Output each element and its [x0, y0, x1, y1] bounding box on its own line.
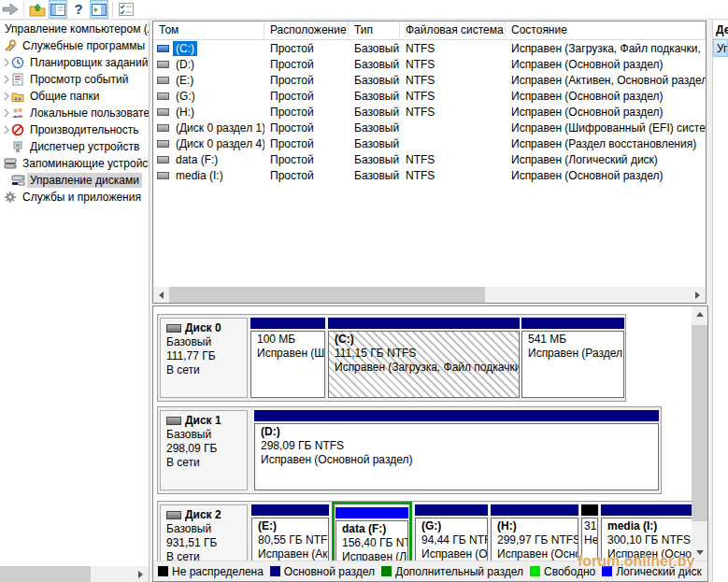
- tree-item-storage[interactable]: Запоминающие устройства: [0, 155, 149, 172]
- console-tree-toggle-icon[interactable]: [49, 0, 67, 19]
- tree-item-services-applications[interactable]: Службы и приложения: [0, 189, 149, 206]
- table-row[interactable]: (Диск 0 раздел 4) Простой Базовый Исправ…: [153, 135, 706, 151]
- cell-type: Базовый: [349, 121, 400, 135]
- forward-arrow-icon[interactable]: [1, 0, 20, 19]
- tree-item-device-manager[interactable]: Диспетчер устройств: [0, 138, 149, 155]
- disk-icon: [166, 417, 181, 425]
- tree-item-task-scheduler[interactable]: Планировщик заданий: [0, 54, 149, 71]
- cell-type: Базовый: [349, 137, 400, 150]
- chevron-right-icon[interactable]: [2, 125, 11, 135]
- help-icon[interactable]: ?: [69, 0, 88, 19]
- cell-status: Исправен (Основной раздел): [506, 106, 706, 119]
- tree-item-computer-management[interactable]: Управление компьютером (локальным): [0, 21, 149, 37]
- partition-color-bar: [335, 507, 408, 518]
- partition-status: Исправен (Шифрованный (EFI) системный ра…: [257, 347, 324, 361]
- partition-c[interactable]: (C:) 111,15 ГБ NTFS Исправен (Загрузка, …: [328, 318, 520, 400]
- chevron-right-icon[interactable]: [2, 92, 11, 101]
- cell-status: Исправен (Логический диск): [506, 153, 706, 166]
- table-row[interactable]: (Диск 0 раздел 1) Простой Базовый Исправ…: [153, 120, 706, 135]
- partition-label: (D:): [261, 425, 658, 439]
- checklist-icon[interactable]: [117, 0, 136, 19]
- disk-type: Базовый: [166, 335, 247, 349]
- disk-status: В сети: [166, 456, 247, 470]
- disk-size: 298,09 ГБ: [166, 442, 247, 456]
- table-row[interactable]: data (F:) Простой Базовый NTFS Исправен …: [153, 151, 706, 167]
- tree-item-shared-folders[interactable]: Общие папки: [0, 88, 149, 105]
- disk-size: 111,77 ГБ: [166, 349, 247, 363]
- table-row[interactable]: (H:) Простой Базовый NTFS Исправен (Осно…: [153, 104, 706, 120]
- volume-icon: [157, 124, 169, 132]
- tree-item-disk-management[interactable]: Управление дисками: [0, 172, 149, 189]
- partition-efi[interactable]: 100 МБ Исправен (Шифрованный (EFI) систе…: [250, 318, 325, 400]
- partition-label: (E:): [258, 519, 328, 533]
- table-row[interactable]: (D:) Простой Базовый NTFS Исправен (Осно…: [153, 56, 706, 72]
- cell-filesystem: NTFS: [400, 153, 506, 166]
- cell-status: Исправен (Загрузка, Файл подкачки,: [506, 42, 706, 55]
- partition-d[interactable]: (D:) 298,09 ГБ NTFS Исправен (Основной р…: [254, 410, 659, 492]
- chevron-right-icon[interactable]: [2, 108, 11, 118]
- scroll-right-arrow[interactable]: [133, 566, 149, 582]
- tree-item-event-viewer[interactable]: Просмотр событий: [0, 71, 149, 88]
- column-header-volume[interactable]: Том: [153, 21, 264, 39]
- partition-size: 31 МБ: [584, 519, 597, 533]
- legend-item: Дополнительный раздел: [381, 565, 523, 578]
- legend-item: Не распределена: [158, 565, 264, 578]
- column-header-status[interactable]: Состояние: [506, 21, 706, 39]
- table-row[interactable]: (G:) Простой Базовый NTFS Исправен (Осно…: [153, 88, 706, 104]
- volume-icon: [157, 92, 169, 100]
- tree-item-performance[interactable]: Производительность: [0, 121, 149, 138]
- table-row[interactable]: (C:) Простой Базовый NTFS Исправен (Загр…: [153, 40, 706, 56]
- local-users-icon: [11, 106, 25, 120]
- scrollbar-thumb[interactable]: [692, 325, 707, 521]
- disk-icon: [166, 511, 181, 519]
- cell-type: Базовый: [349, 42, 400, 55]
- actions-panel-section[interactable]: Управление дисками: [713, 39, 728, 57]
- disk-info-box[interactable]: Диск 1 Базовый 298,09 ГБ В сети: [160, 410, 248, 490]
- table-row[interactable]: (E:) Простой Базовый NTFS Исправен (Акти…: [153, 72, 706, 88]
- partition-color-bar: [328, 318, 520, 329]
- chevron-right-icon[interactable]: [2, 75, 11, 84]
- cell-status: Исправен (Основной раздел): [506, 58, 706, 71]
- event-viewer-icon: [11, 73, 25, 86]
- column-header-type[interactable]: Тип: [349, 21, 400, 39]
- cell-filesystem: NTFS: [400, 74, 506, 87]
- partition-label: (H:): [497, 519, 578, 533]
- partition-color-bar: [601, 504, 694, 516]
- action-pane-toggle-icon[interactable]: [90, 0, 108, 19]
- cell-filesystem: NTFS: [400, 169, 506, 182]
- table-row[interactable]: media (I:) Простой Базовый NTFS Исправен…: [153, 167, 706, 183]
- disk-band: Диск 1 Базовый 298,09 ГБ В сети (D:) 298…: [157, 406, 662, 494]
- volume-list-horizontal-scrollbar[interactable]: [153, 287, 706, 303]
- legend-label: Не распределена: [172, 565, 264, 578]
- scroll-right-arrow[interactable]: [690, 287, 706, 303]
- partition-recovery[interactable]: 541 МБ Исправен (Раздел восстановления): [521, 318, 624, 400]
- partition-status: Исправен (Раздел восстановления): [528, 347, 623, 361]
- performance-icon: [11, 123, 25, 136]
- partition-color-bar: [254, 410, 659, 421]
- cell-status: Исправен (Основной раздел): [506, 169, 706, 182]
- folder-up-icon[interactable]: [28, 0, 47, 19]
- partition-label: (G:): [421, 519, 487, 533]
- device-manager-icon: [11, 140, 25, 153]
- disk-info-box[interactable]: Диск 0 Базовый 111,77 ГБ В сети: [160, 318, 248, 398]
- partition-color-bar: [581, 504, 598, 516]
- tree-item-local-users-groups[interactable]: Локальные пользователи и группы: [0, 105, 149, 121]
- chevron-right-icon[interactable]: [2, 58, 11, 67]
- cell-layout: Простой: [264, 153, 349, 166]
- scrollbar-thumb[interactable]: [0, 566, 91, 582]
- volume-list-header: Том Расположение Тип Файловая система Со…: [153, 21, 706, 40]
- disk-pane-vertical-scrollbar[interactable]: [692, 306, 707, 561]
- disk-status: В сети: [166, 363, 247, 377]
- sidebar-horizontal-scrollbar[interactable]: [0, 566, 149, 582]
- tree-item-system-tools[interactable]: Служебные программы: [0, 37, 149, 54]
- legend-swatch-free: [530, 566, 540, 576]
- legend-swatch-extended: [381, 566, 392, 576]
- partition-size: 298,09 ГБ NTFS: [261, 439, 658, 453]
- cell-type: Базовый: [349, 153, 400, 166]
- volume-name: media (I:): [173, 168, 226, 183]
- scrollbar-thumb[interactable]: [169, 287, 485, 303]
- column-header-filesystem[interactable]: Файловая система: [400, 21, 506, 39]
- column-header-layout[interactable]: Расположение: [264, 21, 349, 39]
- scroll-left-arrow[interactable]: [153, 287, 169, 303]
- scroll-up-arrow[interactable]: [692, 306, 707, 322]
